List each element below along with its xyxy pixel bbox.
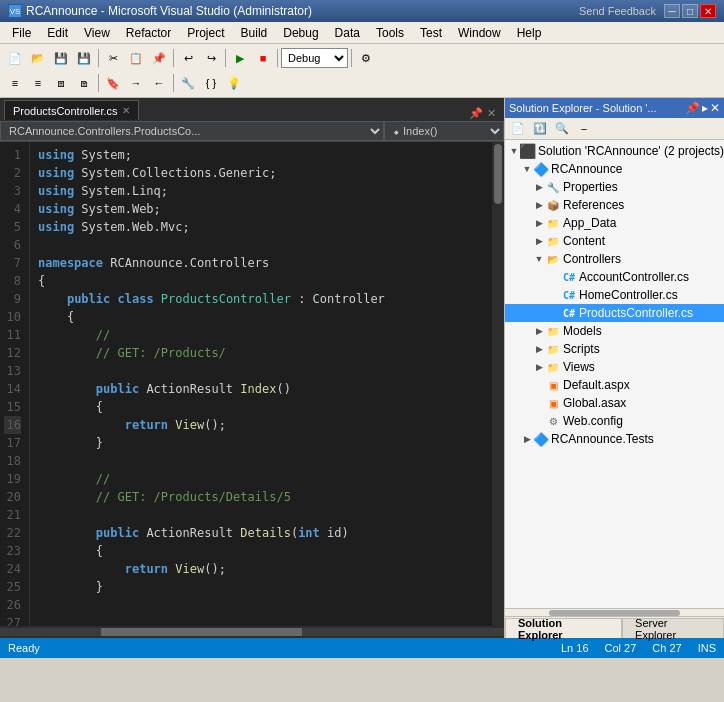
expand-project-icon[interactable]: ▼ bbox=[521, 163, 533, 175]
expand-tests-icon[interactable]: ▶ bbox=[521, 433, 533, 445]
expand-properties-icon[interactable]: ▶ bbox=[533, 181, 545, 193]
expand-models-icon[interactable]: ▶ bbox=[533, 325, 545, 337]
expand-content-icon[interactable]: ▶ bbox=[533, 235, 545, 247]
format-outdent-button[interactable]: ≡ bbox=[27, 72, 49, 94]
se-filter-button[interactable]: 🔍 bbox=[551, 118, 573, 140]
code-content[interactable]: using System; using System.Collections.G… bbox=[30, 142, 504, 626]
code-area[interactable]: 12345 678910 1112131415 1617181920 21222… bbox=[0, 142, 504, 626]
tree-accountcontroller[interactable]: C# AccountController.cs bbox=[505, 268, 724, 286]
expand-references-icon[interactable]: ▶ bbox=[533, 199, 545, 211]
webconfig-label: Web.config bbox=[563, 414, 623, 428]
open-button[interactable]: 📂 bbox=[27, 47, 49, 69]
se-scrollbar[interactable] bbox=[505, 608, 724, 616]
pin-icon[interactable]: 📌 bbox=[469, 107, 483, 120]
save-button[interactable]: 💾 bbox=[50, 47, 72, 69]
menu-debug[interactable]: Debug bbox=[275, 22, 326, 43]
refactor-button[interactable]: 🔧 bbox=[177, 72, 199, 94]
tree-default-aspx[interactable]: ▣ Default.aspx bbox=[505, 376, 724, 394]
horizontal-scrollbar[interactable] bbox=[0, 626, 504, 638]
next-bookmark-button[interactable]: → bbox=[125, 72, 147, 94]
properties-icon: 🔧 bbox=[545, 179, 561, 195]
close-button[interactable]: ✕ bbox=[700, 4, 716, 18]
menu-tools[interactable]: Tools bbox=[368, 22, 412, 43]
send-feedback-link[interactable]: Send Feedback bbox=[579, 5, 656, 17]
maximize-button[interactable]: □ bbox=[682, 4, 698, 18]
tree-solution[interactable]: ▼ ⬛ Solution 'RCAnnounce' (2 projects) bbox=[505, 142, 724, 160]
tree-references[interactable]: ▶ 📦 References bbox=[505, 196, 724, 214]
menu-view[interactable]: View bbox=[76, 22, 118, 43]
menu-test[interactable]: Test bbox=[412, 22, 450, 43]
tree-homecontroller[interactable]: C# HomeController.cs bbox=[505, 286, 724, 304]
no-expand-config bbox=[533, 415, 545, 427]
bookmark-button[interactable]: 🔖 bbox=[102, 72, 124, 94]
expand-appdata-icon[interactable]: ▶ bbox=[533, 217, 545, 229]
server-explorer-tab[interactable]: Server Explorer bbox=[622, 618, 724, 638]
run-button[interactable]: ▶ bbox=[229, 47, 251, 69]
tree-project-tests[interactable]: ▶ 🔷 RCAnnounce.Tests bbox=[505, 430, 724, 448]
expand-solution-icon[interactable]: ▼ bbox=[508, 145, 520, 157]
redo-button[interactable]: ↪ bbox=[200, 47, 222, 69]
menu-help[interactable]: Help bbox=[509, 22, 550, 43]
intellisense-button[interactable]: 💡 bbox=[223, 72, 245, 94]
tree-scripts[interactable]: ▶ 📁 Scripts bbox=[505, 340, 724, 358]
cut-button[interactable]: ✂ bbox=[102, 47, 124, 69]
new-project-button[interactable]: 📄 bbox=[4, 47, 26, 69]
tree-productscontroller[interactable]: C# ProductsController.cs bbox=[505, 304, 724, 322]
tree-project-rcannounce[interactable]: ▼ 🔷 RCAnnounce bbox=[505, 160, 724, 178]
cs-icon-products: C# bbox=[561, 305, 577, 321]
se-collapse-button[interactable]: − bbox=[573, 118, 595, 140]
menu-project[interactable]: Project bbox=[179, 22, 232, 43]
editor-tab-productscontroller[interactable]: ProductsController.cs ✕ bbox=[4, 100, 139, 120]
undo-button[interactable]: ↩ bbox=[177, 47, 199, 69]
menu-data[interactable]: Data bbox=[327, 22, 368, 43]
class-dropdown[interactable]: RCAnnounce.Controllers.ProductsCo... bbox=[0, 121, 384, 141]
surroundwith-button[interactable]: { } bbox=[200, 72, 222, 94]
se-close-button[interactable]: ✕ bbox=[710, 101, 720, 115]
menu-refactor[interactable]: Refactor bbox=[118, 22, 179, 43]
se-refresh-button[interactable]: 🔃 bbox=[529, 118, 551, 140]
tree-appdata[interactable]: ▶ 📁 App_Data bbox=[505, 214, 724, 232]
paste-button[interactable]: 📌 bbox=[148, 47, 170, 69]
tree-global-asax[interactable]: ▣ Global.asax bbox=[505, 394, 724, 412]
copy-button[interactable]: 📋 bbox=[125, 47, 147, 69]
menu-window[interactable]: Window bbox=[450, 22, 509, 43]
tab-close-icon[interactable]: ✕ bbox=[122, 105, 130, 116]
format-indent-button[interactable]: ≡ bbox=[4, 72, 26, 94]
menu-edit[interactable]: Edit bbox=[39, 22, 76, 43]
expand-controllers-icon[interactable]: ▼ bbox=[533, 253, 545, 265]
tree-models[interactable]: ▶ 📁 Models bbox=[505, 322, 724, 340]
vertical-scrollbar[interactable] bbox=[492, 142, 504, 626]
tree-controllers[interactable]: ▼ 📂 Controllers bbox=[505, 250, 724, 268]
uncomment-button[interactable]: 🗈 bbox=[73, 72, 95, 94]
se-auto-hide-button[interactable]: ▸ bbox=[702, 101, 708, 115]
save-all-button[interactable]: 💾 bbox=[73, 47, 95, 69]
cs-icon-home: C# bbox=[561, 287, 577, 303]
toolbar-sep-3 bbox=[225, 49, 226, 67]
solution-explorer-tab[interactable]: Solution Explorer bbox=[505, 618, 622, 638]
cs-icon-account: C# bbox=[561, 269, 577, 285]
toolbar-sep-7 bbox=[173, 74, 174, 92]
minimize-button[interactable]: ─ bbox=[664, 4, 680, 18]
editor-area: ProductsController.cs ✕ 📌 ✕ RCAnnounce.C… bbox=[0, 98, 504, 638]
expand-views-icon[interactable]: ▶ bbox=[533, 361, 545, 373]
se-pin-button[interactable]: 📌 bbox=[685, 101, 700, 115]
views-icon: 📁 bbox=[545, 359, 561, 375]
expand-scripts-icon[interactable]: ▶ bbox=[533, 343, 545, 355]
config-dropdown[interactable]: Debug Release bbox=[281, 48, 348, 68]
method-dropdown[interactable]: ⬥ Index() bbox=[384, 121, 504, 141]
content-label: Content bbox=[563, 234, 605, 248]
tree-webconfig[interactable]: ⚙ Web.config bbox=[505, 412, 724, 430]
se-properties-button[interactable]: 📄 bbox=[507, 118, 529, 140]
config-icon: ⚙ bbox=[545, 413, 561, 429]
stop-button[interactable]: ■ bbox=[252, 47, 274, 69]
tree-content[interactable]: ▶ 📁 Content bbox=[505, 232, 724, 250]
close-editor-icon[interactable]: ✕ bbox=[487, 107, 496, 120]
solution-config-button[interactable]: ⚙ bbox=[355, 47, 377, 69]
menu-build[interactable]: Build bbox=[233, 22, 276, 43]
menu-file[interactable]: File bbox=[4, 22, 39, 43]
hscroll-thumb[interactable] bbox=[101, 628, 303, 636]
tree-views[interactable]: ▶ 📁 Views bbox=[505, 358, 724, 376]
comment-button[interactable]: 🗉 bbox=[50, 72, 72, 94]
tree-properties[interactable]: ▶ 🔧 Properties bbox=[505, 178, 724, 196]
prev-bookmark-button[interactable]: ← bbox=[148, 72, 170, 94]
